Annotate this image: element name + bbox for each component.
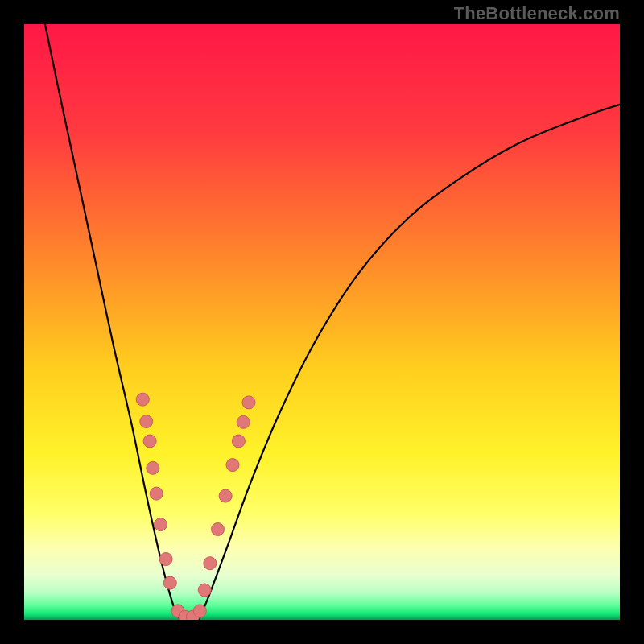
data-point-left xyxy=(143,435,156,448)
chart-svg xyxy=(24,24,620,620)
data-point-left xyxy=(147,461,159,474)
data-point-left xyxy=(150,487,163,500)
plot-area xyxy=(24,24,620,620)
chart-frame: TheBottleneck.com xyxy=(0,0,644,644)
data-point-right xyxy=(212,523,225,536)
data-point-bottom xyxy=(193,605,206,617)
data-point-left xyxy=(163,576,176,589)
data-point-right xyxy=(226,459,239,472)
data-point-right xyxy=(232,435,245,448)
data-point-left xyxy=(140,415,153,428)
data-point-left xyxy=(136,393,149,406)
data-point-right xyxy=(219,489,232,502)
watermark-text: TheBottleneck.com xyxy=(454,3,620,24)
data-point-right xyxy=(198,584,211,597)
data-point-left xyxy=(154,518,167,531)
data-point-right xyxy=(204,557,217,570)
data-point-left xyxy=(159,553,172,566)
gradient-background xyxy=(24,24,620,620)
data-point-right xyxy=(242,396,255,409)
data-point-right xyxy=(237,415,250,428)
